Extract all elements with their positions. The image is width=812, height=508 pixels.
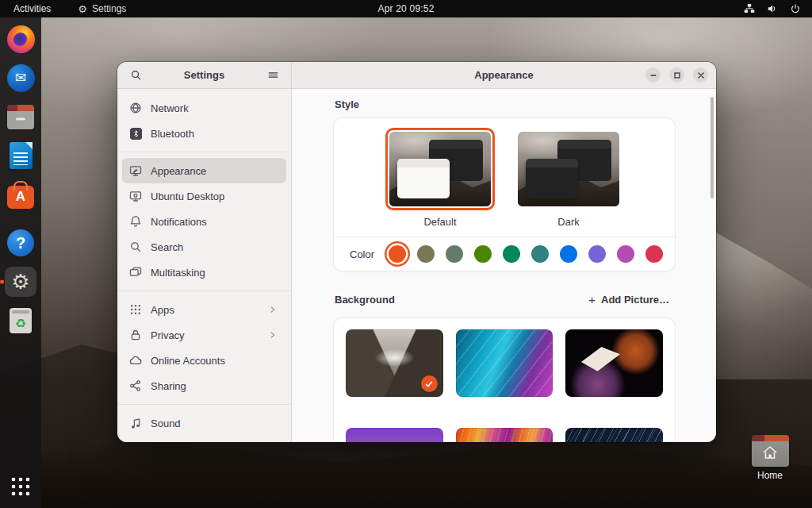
maximize-button[interactable] xyxy=(669,67,684,83)
close-button[interactable] xyxy=(693,67,708,83)
sharing-icon xyxy=(129,379,142,392)
sidebar-item-online-accounts[interactable]: Online Accounts xyxy=(122,348,286,373)
selected-check-icon xyxy=(421,375,438,392)
sidebar-item-label: Search xyxy=(151,241,279,253)
apps-icon xyxy=(129,303,142,316)
theme-default-label: Default xyxy=(423,216,456,228)
thunderbird-icon: ✉ xyxy=(7,64,35,92)
app-gear-icon: ⚙ xyxy=(78,4,87,14)
sidebar-separator xyxy=(117,291,291,291)
sidebar-separator xyxy=(117,404,291,405)
wallpaper-numbat-dark[interactable] xyxy=(565,329,663,397)
sidebar-item-label: Notifications xyxy=(151,216,279,228)
sidebar-item-bluetooth[interactable]: Bluetooth xyxy=(122,121,286,146)
sidebar-separator xyxy=(117,152,291,152)
color-label: Color xyxy=(350,248,374,260)
wallpaper-fluid-paint[interactable] xyxy=(456,428,553,443)
page-title: Appearance xyxy=(474,69,533,81)
wallpaper-star-trails[interactable] xyxy=(565,428,663,443)
activities-button[interactable]: Activities xyxy=(10,2,54,16)
sidebar-item-search[interactable]: Search xyxy=(122,234,286,260)
sidebar-item-notifications[interactable]: Notifications xyxy=(122,209,286,234)
wallpaper-purple-sky[interactable] xyxy=(346,428,443,443)
dock-firefox[interactable] xyxy=(5,24,36,54)
home-folder-icon xyxy=(752,438,789,467)
dock-ubuntu-software[interactable]: A xyxy=(5,179,36,210)
window-titlebar[interactable]: Appearance xyxy=(292,62,716,89)
accent-swatch-red[interactable] xyxy=(645,245,663,263)
recycle-icon: ♻ xyxy=(15,318,26,330)
notifications-icon xyxy=(129,215,142,228)
main-menu-button[interactable] xyxy=(264,67,282,84)
accent-swatch-magenta[interactable] xyxy=(617,245,634,263)
search-icon xyxy=(129,241,142,253)
clock[interactable]: Apr 20 09:52 xyxy=(377,3,434,14)
dock-trash[interactable]: ♻ xyxy=(5,306,36,336)
accent-swatch-sage[interactable] xyxy=(446,245,463,263)
accent-swatch-olive[interactable] xyxy=(474,245,492,263)
power-icon xyxy=(790,3,801,14)
minimize-button[interactable] xyxy=(645,67,661,83)
home-label: Home xyxy=(757,470,783,481)
home-shortcut[interactable]: Home xyxy=(747,438,793,481)
plus-icon: + xyxy=(588,293,596,306)
dock-thunderbird[interactable]: ✉ xyxy=(5,63,36,93)
settings-gear-icon: ⚙ xyxy=(11,271,29,292)
settings-window: Settings Appearance NetworkBluetoothAppe… xyxy=(117,62,716,442)
background-heading: Background xyxy=(335,294,395,306)
appearance-panel: Style Default xyxy=(292,89,716,442)
scrollbar-thumb[interactable] xyxy=(710,97,714,198)
theme-default-preview xyxy=(389,132,491,206)
accent-swatch-viridian[interactable] xyxy=(503,245,520,263)
system-status-area[interactable] xyxy=(744,3,812,14)
sidebar-item-sharing[interactable]: Sharing xyxy=(122,373,286,398)
accent-swatch-orange[interactable] xyxy=(389,245,406,263)
sidebar-item-sound[interactable]: Sound xyxy=(122,410,286,436)
sidebar-item-multitasking[interactable]: Multitasking xyxy=(122,260,286,285)
wallpaper-blue-abstract[interactable] xyxy=(456,329,553,397)
accent-swatch-bark[interactable] xyxy=(417,245,435,263)
sidebar-item-label: Apps xyxy=(151,304,258,316)
focused-app-menu[interactable]: ⚙ Settings xyxy=(78,3,126,14)
dock-help[interactable]: ? xyxy=(5,228,36,258)
wallpaper-mountain[interactable] xyxy=(346,329,443,397)
preview-front-window xyxy=(526,159,578,198)
style-card: Default Dark Color xyxy=(333,117,676,271)
theme-dark-frame xyxy=(514,128,623,210)
dock-libreoffice-writer[interactable] xyxy=(5,140,36,171)
theme-option-default[interactable]: Default xyxy=(385,128,495,228)
scrollbar[interactable] xyxy=(710,95,714,436)
sidebar-item-ubuntu-desktop[interactable]: Ubuntu Desktop xyxy=(122,183,286,209)
wallpaper-grid xyxy=(333,318,676,442)
search-button[interactable] xyxy=(127,67,144,84)
sidebar-item-label: Multitasking xyxy=(151,267,279,279)
chevron-right-icon xyxy=(266,303,279,316)
sidebar-item-privacy[interactable]: Privacy xyxy=(122,322,286,348)
sidebar-item-label: Ubuntu Desktop xyxy=(151,190,279,202)
sidebar-item-label: Sound xyxy=(151,418,279,429)
theme-default-selected-frame xyxy=(385,128,495,210)
accent-swatch-blue[interactable] xyxy=(560,245,577,263)
sidebar-item-network[interactable]: Network xyxy=(122,95,286,121)
dock-show-apps[interactable] xyxy=(5,471,36,502)
sidebar-item-apps[interactable]: Apps xyxy=(122,297,286,322)
sidebar-item-label: Online Accounts xyxy=(151,355,279,367)
firefox-icon xyxy=(7,25,35,53)
accent-swatch-prussian-green[interactable] xyxy=(531,245,549,263)
dock-settings[interactable]: ⚙ xyxy=(5,267,36,297)
accent-swatch-purple[interactable] xyxy=(588,245,606,263)
accent-color-row: Color xyxy=(334,237,675,271)
add-picture-button[interactable]: + Add Picture… xyxy=(584,290,674,310)
ubuntu-software-icon: A xyxy=(7,186,34,209)
sidebar-item-label: Network xyxy=(151,102,279,114)
help-icon: ? xyxy=(7,229,34,256)
theme-dark-preview xyxy=(518,132,619,206)
add-picture-label: Add Picture… xyxy=(601,294,669,306)
dock: ✉ A ? ⚙ ♻ xyxy=(0,17,41,508)
theme-option-dark[interactable]: Dark xyxy=(514,128,623,228)
sidebar-header: Settings xyxy=(117,62,292,89)
sidebar-item-appearance[interactable]: Appearance xyxy=(122,158,286,183)
theme-dark-label: Dark xyxy=(557,216,579,228)
trash-icon: ♻ xyxy=(10,308,32,333)
dock-files[interactable] xyxy=(5,102,36,132)
